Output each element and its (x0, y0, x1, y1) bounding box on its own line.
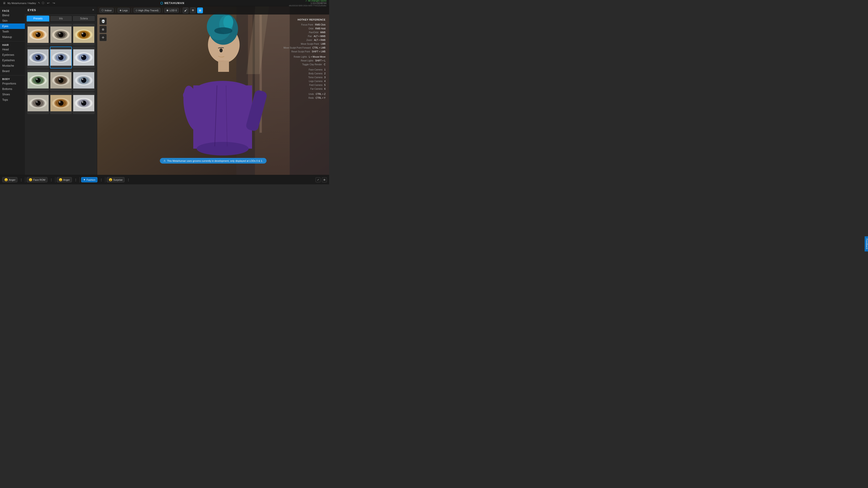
hair-section-label: HAIR (0, 43, 25, 47)
sidebar-item-bottoms[interactable]: Bottoms (0, 86, 25, 92)
clip-anger-2-menu[interactable]: ⋮ (73, 177, 78, 182)
tab-iris[interactable]: Iris (50, 15, 72, 22)
sidebar-item-proportions[interactable]: Proportions (0, 81, 25, 86)
eye-preset-1[interactable] (27, 24, 49, 46)
view-button[interactable]: ▣ (197, 7, 203, 13)
hk-panorbit: Pan/Orbit MMB (283, 31, 326, 34)
sidebar-item-eyebrows[interactable]: Eyebrows (0, 52, 25, 58)
expand-button[interactable]: ⤢ (315, 177, 320, 182)
freeze-button[interactable]: ❄ (190, 7, 196, 13)
tab-sclera[interactable]: Sclera (72, 15, 95, 22)
tab-presets[interactable]: Presets (27, 15, 49, 22)
clip-fashion-label: Fashion (87, 178, 95, 181)
eye-preset-3[interactable] (73, 24, 95, 46)
sidebar-item-teeth[interactable]: Teeth (0, 29, 25, 34)
sidebar-item-head[interactable]: Head (0, 47, 25, 52)
sidebar-item-skin[interactable]: Skin (0, 18, 25, 24)
hk-resetlights: Reset Lights SHIFT + L (283, 59, 326, 63)
info-icon[interactable]: ⓘ (42, 1, 44, 5)
hk-facecam-key: 1 (324, 68, 326, 72)
hk-bodycam: Body Camera 2 (283, 72, 326, 75)
hk-focus: Focus Point RMB Click (283, 23, 326, 27)
eye-preset-6[interactable] (73, 46, 95, 68)
hotkey-title: HOTKEY REFERENCE (283, 18, 326, 22)
grid-button[interactable]: ⊞ (322, 177, 327, 182)
top-bar: 🖥 My MetaHumans / Hadley ✎ ⓘ ↩ ↪ ⬡ METAH… (0, 0, 329, 6)
clip-fashion-icon: ✦ (83, 178, 86, 182)
eye-preset-2[interactable] (50, 24, 72, 46)
sculpt-tool[interactable]: ⊕ (99, 26, 107, 33)
hk-zoom-label: Zoom (306, 38, 312, 42)
viewport[interactable]: ⬡ Indoor ◈ Legs ◇ High (Ray Traced) ◉ LO… (97, 6, 329, 175)
sidebar-item-beard[interactable]: Beard (0, 68, 25, 74)
svg-point-60 (36, 101, 37, 103)
hk-sculpt: Move Sculpt Point LMB (283, 42, 326, 46)
clip-fashion[interactable]: ✦ Fashion (81, 177, 97, 182)
eye-preset-12[interactable] (73, 92, 95, 114)
breadcrumb-area: 🖥 My MetaHumans / Hadley ✎ ⓘ ↩ ↪ (3, 1, 56, 5)
eye-preset-9[interactable] (73, 69, 95, 91)
clip-anger-1-menu[interactable]: ⋮ (19, 177, 24, 182)
sidebar-item-blend[interactable]: Blend (0, 13, 25, 18)
eye-preset-5[interactable] (50, 46, 72, 68)
svg-point-48 (59, 78, 60, 80)
svg-point-94 (214, 27, 232, 34)
indoor-icon: ⬡ (101, 9, 104, 12)
eye-preset-10[interactable] (27, 92, 49, 114)
clip-facerom-menu[interactable]: ⋮ (49, 177, 54, 182)
svg-point-87 (197, 142, 249, 156)
svg-point-30 (59, 56, 60, 57)
quality-button[interactable]: ◇ High (Ray Traced) (133, 8, 160, 13)
paint-button[interactable]: 🖌 (183, 7, 188, 13)
hk-orbit: Orbit RMB Hold (283, 27, 326, 31)
eye-preset-4[interactable] (27, 46, 49, 68)
eye-preset-11[interactable] (50, 92, 72, 114)
clip-facerom-icon: 😐 (29, 178, 32, 182)
hk-pan-key: ALT + MMB (314, 34, 326, 38)
sidebar-item-eyes[interactable]: Eyes (0, 24, 25, 29)
clip-surprise-menu[interactable]: ⋮ (126, 177, 131, 182)
svg-point-23 (35, 55, 41, 60)
divider-2 (0, 75, 25, 75)
svg-point-18 (82, 33, 83, 34)
hk-farcam-label: Far Camera (310, 87, 322, 91)
clip-anger-1[interactable]: 😠 Anger (2, 177, 18, 182)
indoor-button[interactable]: ⬡ Indoor (99, 8, 114, 13)
viewport-tools: 💀 ⊕ ✛ (99, 18, 107, 41)
clip-surprise[interactable]: 😮 Surprise (107, 177, 125, 182)
sidebar-item-tops[interactable]: Tops (0, 97, 25, 103)
clip-sep-4 (105, 177, 105, 183)
clip-fashion-menu[interactable]: ⋮ (99, 177, 104, 182)
viewport-toolbar: ⬡ Indoor ◈ Legs ◇ High (Ray Traced) ◉ LO… (97, 6, 329, 14)
svg-rect-84 (218, 61, 229, 72)
svg-point-72 (82, 101, 83, 103)
panel-close-button[interactable]: × (92, 8, 94, 12)
lod-button[interactable]: ◉ LOD 0 (164, 8, 179, 13)
sidebar-item-mustache[interactable]: Mustache (0, 63, 25, 68)
clip-facerom[interactable]: 😐 Face ROM (27, 177, 47, 182)
edit-icon[interactable]: ✎ (38, 2, 40, 4)
clip-anger-1-icon: 😠 (4, 178, 8, 182)
svg-point-93 (219, 48, 223, 53)
hk-sculpt-reset-key: SHIFT + LMB (312, 50, 326, 54)
left-sidebar: FACE Blend Skin Eyes Teeth Makeup HAIR H… (0, 6, 25, 175)
sidebar-item-shoes[interactable]: Shoes (0, 92, 25, 97)
sidebar-item-makeup[interactable]: Makeup (0, 34, 25, 40)
clip-anger-2-icon: 😠 (59, 178, 62, 182)
hk-orbit-key: RMB Hold (315, 27, 326, 31)
eye-preset-7[interactable] (27, 69, 49, 91)
skull-tool[interactable]: 💀 (99, 18, 107, 25)
undo-button[interactable]: ↩ (46, 1, 51, 5)
redo-button[interactable]: ↪ (52, 1, 56, 5)
move-tool[interactable]: ✛ (99, 34, 107, 41)
clip-anger-2[interactable]: 😠 Anger (57, 177, 72, 182)
eye-preset-8[interactable] (50, 69, 72, 91)
svg-point-41 (35, 78, 41, 83)
hk-sculpt-reset: Reset Sculpt Point SHIFT + LMB (283, 50, 326, 54)
svg-point-47 (58, 78, 64, 83)
svg-point-24 (36, 56, 37, 57)
hk-feetcam-label: Feet Camera (309, 83, 322, 87)
legs-button[interactable]: ◈ Legs (118, 8, 130, 13)
sidebar-item-eyelashes[interactable]: Eyelashes (0, 58, 25, 63)
svg-point-66 (59, 101, 60, 103)
